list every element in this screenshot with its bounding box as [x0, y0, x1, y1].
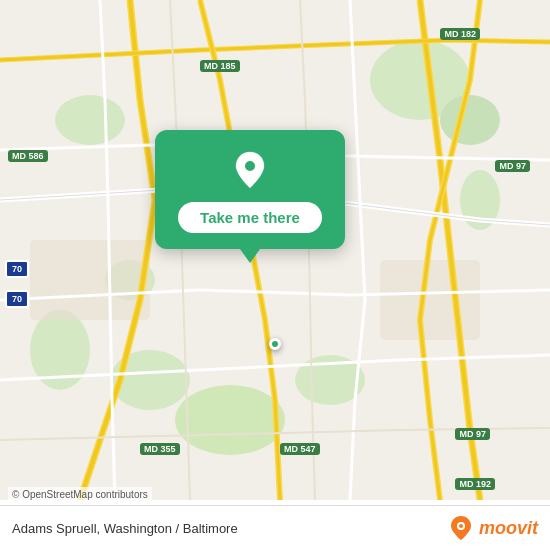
road-label-md192: MD 192 — [455, 478, 495, 490]
road-label-md185: MD 185 — [200, 60, 240, 72]
svg-point-14 — [459, 524, 463, 528]
road-label-md97a: MD 97 — [495, 160, 530, 172]
road-label-md182: MD 182 — [440, 28, 480, 40]
popup-card: Take me there — [155, 130, 345, 249]
svg-point-4 — [55, 95, 125, 145]
road-label-i70a: 70 — [5, 290, 29, 308]
road-label-md547: MD 547 — [280, 443, 320, 455]
bottom-bar: Adams Spruell, Washington / Baltimore mo… — [0, 505, 550, 550]
moovit-brand-icon — [447, 514, 475, 542]
map-container: Aspen Hill Glenmont North Bethesda Wheat… — [0, 0, 550, 550]
map-pin-anchor — [269, 338, 281, 350]
take-me-there-button[interactable]: Take me there — [178, 202, 322, 233]
location-info: Adams Spruell, Washington / Baltimore — [12, 521, 238, 536]
location-pin-icon — [228, 148, 272, 192]
road-label-md586: MD 586 — [8, 150, 48, 162]
location-name: Adams Spruell, Washington / Baltimore — [12, 521, 238, 536]
map-background — [0, 0, 550, 500]
road-label-md355: MD 355 — [140, 443, 180, 455]
moovit-brand-text: moovit — [479, 518, 538, 539]
osm-attribution: © OpenStreetMap contributors — [8, 487, 152, 502]
svg-point-12 — [245, 161, 255, 171]
svg-rect-10 — [30, 240, 150, 320]
svg-point-6 — [175, 385, 285, 455]
moovit-logo: moovit — [447, 514, 538, 542]
road-label-i70b: 70 — [5, 260, 29, 278]
svg-point-2 — [440, 95, 500, 145]
svg-rect-11 — [380, 260, 480, 340]
road-label-md97b: MD 97 — [455, 428, 490, 440]
